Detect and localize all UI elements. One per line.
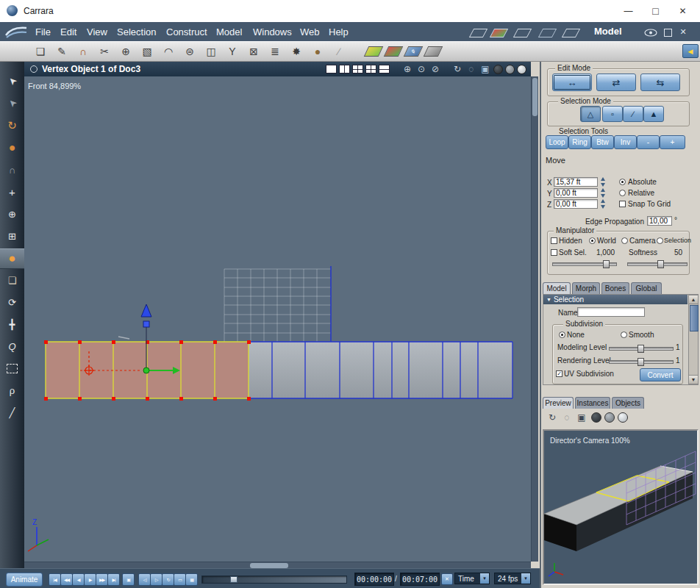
wrench-plane-icon[interactable]	[424, 45, 442, 58]
hscroll-thumb[interactable]	[250, 563, 288, 568]
orbit-camera-icon[interactable]: ⟳	[0, 293, 24, 312]
marquee-select-icon[interactable]	[0, 359, 24, 378]
menu-windows[interactable]: Windows	[250, 25, 295, 39]
tab-global[interactable]: Global	[631, 282, 662, 294]
subdivision-none-radio[interactable]	[559, 331, 565, 338]
time-mode-dropdown[interactable]: Time ▼	[454, 573, 490, 584]
extrude-icon[interactable]: ⊜	[180, 43, 199, 60]
slider-thumb[interactable]	[638, 358, 644, 366]
next-keyframe-button[interactable]: ▷	[150, 573, 162, 586]
sphere-wire-icon[interactable]: ⊕	[401, 63, 413, 75]
grow-selection-button[interactable]: +	[660, 135, 685, 149]
menu-web[interactable]: Web	[297, 25, 323, 39]
vertex-cube-icon[interactable]: ❏	[31, 43, 50, 60]
tab-bones[interactable]: Bones	[601, 282, 629, 294]
tab-preview[interactable]: Preview	[543, 397, 574, 409]
x-value-field[interactable]	[554, 177, 598, 187]
pen-plane-icon[interactable]: ✎	[404, 45, 422, 58]
viewport-menu-icon[interactable]	[30, 65, 38, 73]
shrink-selection-button[interactable]: -	[637, 135, 660, 149]
face-mode-button[interactable]: ▲	[643, 106, 664, 122]
marquee-tool-icon[interactable]: ▧	[138, 43, 157, 60]
loop-button[interactable]: Loop	[546, 135, 568, 149]
spin-down-icon[interactable]	[601, 183, 605, 187]
rewind-button[interactable]: ◀◀	[60, 573, 73, 586]
boolean-icon[interactable]: ⊠	[244, 43, 263, 60]
scrollbar-thumb[interactable]	[690, 305, 699, 331]
z-spinner[interactable]	[599, 199, 606, 209]
view-layout-single-icon[interactable]	[326, 65, 337, 74]
spin-down-icon[interactable]	[601, 194, 605, 198]
edit-mode-move-button[interactable]: ↔	[552, 74, 592, 91]
tool-plane3-icon[interactable]	[562, 29, 580, 37]
sphere-selected-tool-icon[interactable]: ●	[0, 248, 24, 269]
soft-selection-slider[interactable]	[552, 262, 617, 266]
go-start-button[interactable]: |◀	[49, 573, 61, 586]
sphere-tool-icon[interactable]: ●	[0, 138, 24, 157]
invert-button[interactable]: Inv	[614, 135, 637, 149]
animate-button[interactable]: Animate	[6, 573, 43, 587]
knife-icon[interactable]: ╱	[0, 403, 24, 422]
preview-wireframe-cube-icon[interactable]: ▣	[575, 411, 588, 424]
sphere-cut-icon[interactable]: ⊘	[429, 63, 441, 75]
delete-keyframe-button[interactable]: ▭	[174, 573, 186, 586]
y-value-field[interactable]	[554, 188, 598, 198]
direct-select-icon[interactable]: ➤	[0, 88, 27, 119]
tab-objects[interactable]: Objects	[612, 397, 644, 409]
convert-button[interactable]: Convert	[640, 368, 681, 381]
zoom-icon[interactable]: Q	[0, 337, 24, 356]
time-slider-thumb[interactable]	[230, 576, 238, 583]
paint-brush-icon[interactable]	[490, 29, 508, 37]
spin-down-icon[interactable]	[601, 205, 605, 209]
tool-plane2-icon[interactable]	[513, 29, 532, 37]
viewport-vscrollbar[interactable]	[531, 76, 538, 562]
fps-dropdown[interactable]: 24 fps ▼	[494, 573, 531, 584]
loop-range-button[interactable]: ▣	[122, 573, 135, 586]
play-button[interactable]: ▶	[84, 573, 96, 586]
subdivision-smooth-radio[interactable]	[621, 331, 627, 338]
spin-up-icon[interactable]	[601, 188, 605, 192]
hidden-checkbox[interactable]	[551, 237, 557, 244]
relative-radio[interactable]	[619, 190, 626, 196]
step-back-button[interactable]: ◀	[72, 573, 85, 586]
scroll-up-icon[interactable]: ▲	[689, 295, 698, 304]
move-tool-icon[interactable]: +	[0, 182, 24, 201]
vscroll-thumb[interactable]	[532, 78, 538, 116]
menu-model[interactable]: Model	[213, 25, 245, 39]
view-layout-rows-icon[interactable]	[379, 65, 390, 74]
sphere-half-icon[interactable]: ⊙	[415, 63, 427, 75]
z-value-field[interactable]	[554, 199, 598, 209]
pan-hand-icon[interactable]: ╋	[0, 315, 24, 334]
fast-forward-button[interactable]: ▶▶	[96, 573, 108, 586]
panel-collapse-button[interactable]: ◀	[682, 44, 699, 58]
minimize-button[interactable]: —	[615, 0, 642, 21]
viewport-canvas[interactable]: Front 84,899%	[24, 76, 531, 562]
weld-icon[interactable]: ⊕	[116, 43, 135, 60]
shading-dark-sphere-icon[interactable]	[493, 65, 503, 74]
preview-shading-dark-icon[interactable]	[590, 411, 603, 424]
end-time-display[interactable]: 00:07:00	[400, 573, 440, 586]
stack-icon[interactable]: ≣	[265, 43, 285, 60]
preview-shading-light-icon[interactable]	[616, 411, 629, 424]
go-end-button[interactable]: ▶|	[107, 573, 120, 586]
x-spinner[interactable]	[599, 177, 606, 187]
restore-panel-icon[interactable]	[664, 29, 672, 37]
move-axis-tool-icon[interactable]: ⊕	[0, 204, 24, 223]
scroll-down-icon[interactable]: ▼	[689, 375, 698, 384]
world-radio[interactable]	[589, 237, 596, 244]
clear-time-button[interactable]: ✕	[441, 573, 453, 585]
menu-selection[interactable]: Selection	[114, 25, 159, 39]
edge-propagation-field[interactable]	[647, 216, 672, 226]
edit-mode-slide-button[interactable]: ⇄	[596, 74, 636, 91]
preview-viewport[interactable]: Director's Camera 100%	[543, 429, 699, 585]
tab-morph[interactable]: Morph	[572, 282, 600, 294]
slider-thumb[interactable]	[657, 260, 664, 268]
close-panel-icon[interactable]: ✕	[678, 27, 688, 36]
name-field[interactable]	[577, 307, 645, 317]
orbit-display-icon[interactable]: ↻	[451, 63, 463, 75]
spline-pen-icon[interactable]: ✎	[52, 43, 71, 60]
slider-thumb[interactable]	[638, 345, 644, 353]
menu-file[interactable]: File	[32, 25, 54, 39]
slider-thumb[interactable]	[603, 260, 610, 268]
tool-pen-plane-icon[interactable]	[538, 29, 557, 37]
